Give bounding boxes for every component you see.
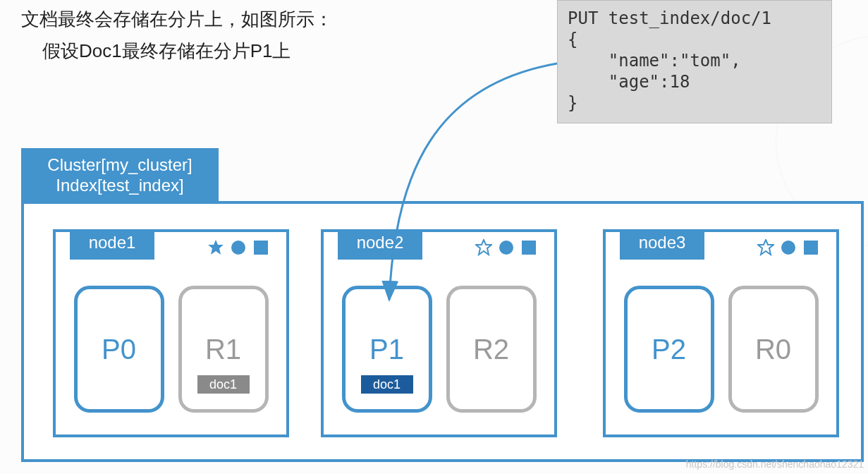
node-3-label: node3 xyxy=(620,230,704,260)
svg-rect-2 xyxy=(254,241,268,255)
put-request-code: PUT test_index/doc/1 { "name":"tom", "ag… xyxy=(557,0,832,123)
intro-line-2: 假设Doc1最终存储在分片P1上 xyxy=(42,39,291,63)
shard-r2-label: R2 xyxy=(473,334,509,365)
circle-icon xyxy=(498,239,515,256)
shard-r2: R2 xyxy=(446,286,537,413)
node-2-label: node2 xyxy=(338,230,422,260)
node-2-shards: P1 doc1 R2 xyxy=(338,278,540,420)
shard-r0-label: R0 xyxy=(755,334,791,365)
node-1-shards: P0 R1 doc1 xyxy=(70,278,272,420)
svg-marker-0 xyxy=(208,240,224,255)
svg-marker-6 xyxy=(758,240,774,255)
node-2: node2 P1 doc1 R2 xyxy=(321,229,557,437)
shard-r1-label: R1 xyxy=(205,334,241,365)
star-outline-icon xyxy=(475,239,492,256)
circle-icon xyxy=(230,239,247,256)
node-1-icons xyxy=(207,234,285,261)
watermark: https://blog.csdn.net/shenchaohao12321 xyxy=(686,458,864,470)
shard-p0: P0 xyxy=(74,286,164,413)
shard-p2-label: P2 xyxy=(652,334,686,365)
node-3: node3 P2 R0 xyxy=(603,229,839,437)
cluster-header: Cluster[my_cluster] Index[test_index] xyxy=(21,148,219,201)
square-icon xyxy=(802,239,819,256)
shard-r1-doc: doc1 xyxy=(197,375,250,394)
shard-p1-label: P1 xyxy=(369,334,404,365)
shard-p1: P1 doc1 xyxy=(342,286,432,413)
cluster-name: Cluster[my_cluster] xyxy=(23,155,217,176)
shard-r1: R1 doc1 xyxy=(178,286,269,413)
index-name: Index[test_index] xyxy=(23,176,217,196)
node-3-shards: P2 R0 xyxy=(620,278,822,420)
star-outline-icon xyxy=(757,239,774,256)
svg-marker-3 xyxy=(476,240,491,255)
svg-rect-5 xyxy=(522,241,536,255)
shard-p1-doc: doc1 xyxy=(361,375,413,394)
svg-point-1 xyxy=(231,241,245,255)
node-1-label: node1 xyxy=(70,230,154,260)
shard-p2: P2 xyxy=(624,286,714,413)
circle-icon xyxy=(780,239,797,256)
star-filled-icon xyxy=(207,239,224,256)
shard-r0: R0 xyxy=(728,286,819,413)
square-icon xyxy=(520,239,537,256)
node-3-icons xyxy=(757,234,835,261)
svg-point-7 xyxy=(781,241,795,255)
svg-rect-8 xyxy=(804,241,818,255)
intro-line-1: 文档最终会存储在分片上，如图所示： xyxy=(21,7,333,32)
square-icon xyxy=(252,239,269,256)
node-1: node1 P0 R1 doc1 xyxy=(53,229,289,437)
svg-point-4 xyxy=(499,241,513,255)
shard-p0-label: P0 xyxy=(102,334,136,365)
node-2-icons xyxy=(475,234,553,261)
